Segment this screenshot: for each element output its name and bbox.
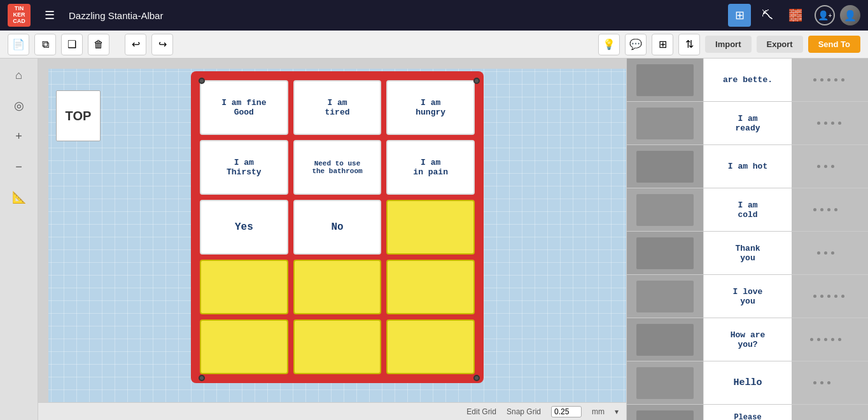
add-tool[interactable]: + <box>8 125 31 148</box>
thumb2-thankyou <box>792 232 868 274</box>
thumb2-0 <box>792 59 868 101</box>
cell-yes[interactable]: Yes <box>200 200 288 255</box>
ruler-left <box>38 69 48 420</box>
cell-hungry[interactable]: I amhungry <box>386 80 475 135</box>
snap-grid-label: Snap Grid <box>507 407 541 416</box>
panel-row-hello: Hello <box>627 361 868 405</box>
top-label: TOP <box>56 90 101 141</box>
thumb2-loveyou <box>792 275 868 318</box>
thumb-hello <box>627 361 703 404</box>
cell-empty-4[interactable] <box>386 260 475 314</box>
screw-br <box>473 375 480 381</box>
screw-bl <box>199 375 205 381</box>
snap-down-icon[interactable]: ▾ <box>615 407 619 416</box>
thumb-ready <box>627 102 703 144</box>
panel-row-thankyou: Thankyou <box>627 232 868 275</box>
thumb2-pleasecall <box>792 405 868 420</box>
thumb-hot <box>627 145 703 188</box>
tinkercad-logo: TINKERCAD <box>8 4 31 27</box>
thumb-pleasecall <box>627 405 703 420</box>
thumb-0 <box>627 59 703 101</box>
toolbar: 📄 ⧉ ❑ 🗑 ↩ ↪ 💡 💬 ⊞ ⇅ Import Export Send T… <box>0 31 868 59</box>
cell-fine-good[interactable]: I am fineGood <box>200 80 288 135</box>
ruler-top <box>38 59 626 69</box>
user-area: 👤+ 👤 <box>815 5 860 25</box>
redo-button[interactable]: ↪ <box>151 34 173 55</box>
add-user-button[interactable]: 👤+ <box>815 5 835 25</box>
panel-label-0[interactable]: are bette. <box>703 59 792 101</box>
import-button[interactable]: Import <box>705 36 751 53</box>
panel-label-hot[interactable]: I am hot <box>703 145 792 188</box>
right-panel: › are bette. I amready <box>626 59 868 420</box>
thumb2-hot <box>792 145 868 188</box>
align-icon[interactable]: ⊞ <box>652 34 673 55</box>
panel-label-pleasecall[interactable]: Pleasecall 941561-4760 <box>703 405 792 420</box>
thumb2-hello <box>792 361 868 404</box>
canvas-area[interactable]: TOP I am fineGood I amtired I amhungry I… <box>38 59 626 420</box>
thumb-howareyou <box>627 318 703 361</box>
select-tool[interactable]: ◎ <box>8 94 31 117</box>
panel-label-ready[interactable]: I amready <box>703 102 792 144</box>
left-sidebar: ⌂ ◎ + − 📐 <box>0 59 38 420</box>
export-button[interactable]: Export <box>757 36 803 53</box>
thumb-thankyou <box>627 232 703 274</box>
undo-button[interactable]: ↩ <box>125 34 146 55</box>
panel-row-loveyou: I loveyou <box>627 275 868 318</box>
subtract-tool[interactable]: − <box>8 155 31 178</box>
blocks-icon[interactable]: 🧱 <box>784 4 807 27</box>
panel-label-cold[interactable]: I amcold <box>703 188 792 231</box>
communication-board: I am fineGood I amtired I amhungry I amT… <box>191 71 484 383</box>
panel-row-pleasecall: Pleasecall 941561-4760 <box>627 405 868 420</box>
panel-row-cold: I amcold <box>627 188 868 232</box>
mirror-icon[interactable]: ⇅ <box>678 34 700 55</box>
cell-bathroom[interactable]: Need to usethe bathroom <box>293 140 382 195</box>
send-to-button[interactable]: Send To <box>808 36 860 53</box>
thumb2-howareyou <box>792 318 868 361</box>
cell-empty-5[interactable] <box>200 319 288 374</box>
3d-view-icon[interactable]: ⊞ <box>728 4 751 27</box>
top-navigation-bar: TINKERCAD ☰ Dazzling Stantia-Albar ⊞ ⛏ 🧱… <box>0 0 868 31</box>
panel-collapse-handle[interactable]: › <box>626 227 627 252</box>
thumb-cold <box>627 188 703 231</box>
home-tool[interactable]: ⌂ <box>8 64 31 87</box>
user-avatar[interactable]: 👤 <box>840 5 860 25</box>
cell-tired[interactable]: I amtired <box>293 80 382 135</box>
project-title: Dazzling Stantia-Albar <box>69 10 163 21</box>
cell-empty-7[interactable] <box>386 319 475 374</box>
cell-empty-3[interactable] <box>293 260 382 314</box>
thumb2-cold <box>792 188 868 231</box>
new-file-button[interactable]: 📄 <box>8 34 29 55</box>
panel-label-howareyou[interactable]: How areyou? <box>703 318 792 361</box>
edit-grid-label[interactable]: Edit Grid <box>466 407 496 416</box>
panel-row-howareyou: How areyou? <box>627 318 868 361</box>
snap-unit: mm <box>592 407 605 416</box>
nav-icon-group: ⊞ ⛏ 🧱 <box>728 4 807 27</box>
screw-tl <box>199 78 205 84</box>
cell-empty-1[interactable] <box>386 200 475 255</box>
cell-thirsty[interactable]: I amThirsty <box>200 140 288 195</box>
screw-tr <box>473 78 480 84</box>
panel-row-hot: I am hot <box>627 145 868 188</box>
panel-label-hello[interactable]: Hello <box>703 361 792 404</box>
toolbar-right: 💡 💬 ⊞ ⇅ Import Export Send To <box>598 34 860 55</box>
panel-label-thankyou[interactable]: Thankyou <box>703 232 792 274</box>
panel-row-0: are bette. <box>627 59 868 102</box>
comment-icon[interactable]: 💬 <box>625 34 647 55</box>
panel-label-loveyou[interactable]: I loveyou <box>703 275 792 318</box>
canvas-bottom-bar: Edit Grid Snap Grid mm ▾ <box>38 402 626 420</box>
duplicate-button[interactable]: ❑ <box>61 34 83 55</box>
delete-button[interactable]: 🗑 <box>88 34 109 55</box>
thumb2-ready <box>792 102 868 144</box>
snap-value-input[interactable] <box>551 406 582 417</box>
main-content: ⌂ ◎ + − 📐 TOP I am fineGood I amtired I … <box>0 59 868 420</box>
ruler-tool[interactable]: 📐 <box>8 186 31 209</box>
cell-empty-6[interactable] <box>293 319 382 374</box>
panel-row-ready: I amready <box>627 102 868 145</box>
copy-button[interactable]: ⧉ <box>34 34 56 55</box>
menu-icon[interactable]: ☰ <box>38 4 61 27</box>
cell-empty-2[interactable] <box>200 260 288 314</box>
cell-pain[interactable]: I amin pain <box>386 140 475 195</box>
cell-no[interactable]: No <box>293 200 382 255</box>
bulb-icon[interactable]: 💡 <box>598 34 620 55</box>
build-icon[interactable]: ⛏ <box>756 4 779 27</box>
